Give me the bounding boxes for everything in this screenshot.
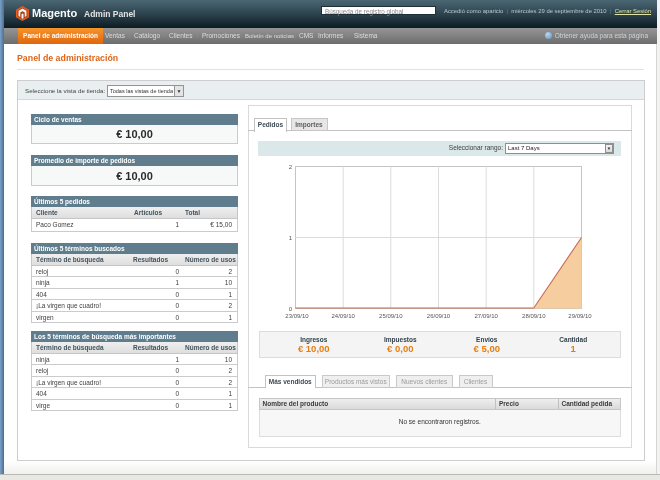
svg-text:2: 2 [289, 164, 293, 170]
svg-text:28/09/10: 28/09/10 [522, 313, 546, 319]
svg-text:29/09/10: 29/09/10 [568, 313, 592, 319]
svg-text:26/09/10: 26/09/10 [427, 313, 451, 319]
svg-text:24/09/10: 24/09/10 [332, 313, 356, 319]
svg-text:27/09/10: 27/09/10 [475, 313, 499, 319]
svg-text:23/09/10: 23/09/10 [285, 313, 309, 319]
svg-text:25/09/10: 25/09/10 [379, 313, 403, 319]
svg-text:1: 1 [289, 235, 293, 241]
svg-text:0: 0 [289, 306, 293, 312]
